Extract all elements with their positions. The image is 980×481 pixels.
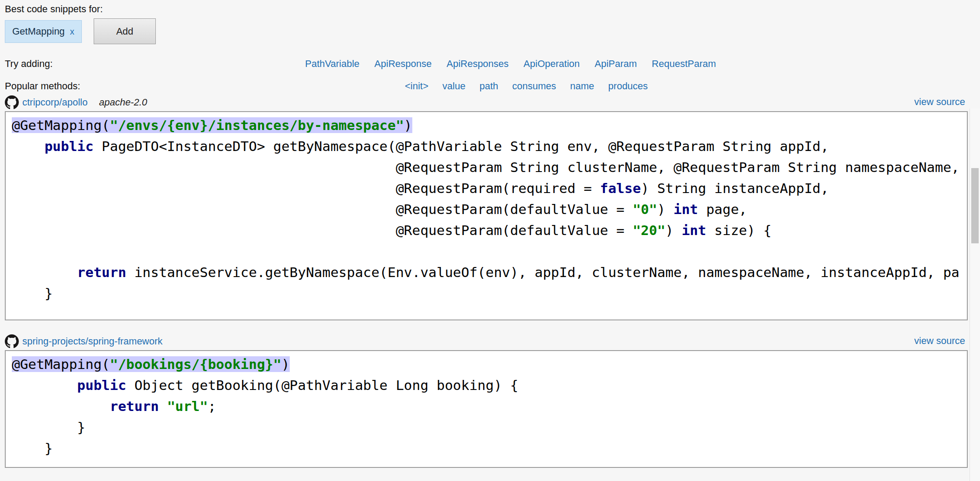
view-source-link[interactable]: view source: [914, 335, 965, 347]
snippet-header: ctripcorp/apollo apache-2.0 view source: [5, 95, 965, 110]
try-adding-link-apioperation[interactable]: ApiOperation: [523, 58, 580, 70]
view-source-link[interactable]: view source: [914, 96, 965, 108]
popular-method-link-path[interactable]: path: [479, 81, 498, 92]
code-line: }: [12, 417, 967, 438]
try-adding-link-apiresponse[interactable]: ApiResponse: [374, 58, 432, 70]
query-chip-label: GetMapping: [12, 26, 65, 37]
vertical-scrollbar[interactable]: [969, 109, 980, 481]
code-line: @GetMapping("/bookings/{booking}"): [12, 354, 967, 375]
code-line: [12, 241, 967, 262]
code-line: @RequestParam(defaultValue = "0") int pa…: [12, 199, 967, 220]
code-line: @RequestParam String clusterName, @Reque…: [12, 157, 967, 178]
code-line: return instanceService.getByNamespace(En…: [12, 262, 967, 283]
repo-link[interactable]: spring-projects/spring-framework: [22, 336, 162, 347]
query-chip-getmapping[interactable]: GetMapping x: [5, 20, 82, 43]
code-line: @RequestParam(required = false) String i…: [12, 178, 967, 199]
try-adding-links: PathVariable ApiResponse ApiResponses Ap…: [305, 58, 716, 70]
try-adding-link-requestparam[interactable]: RequestParam: [652, 58, 716, 70]
popular-method-link-consumes[interactable]: consumes: [512, 81, 556, 92]
try-adding-link-apiparam[interactable]: ApiParam: [595, 58, 637, 70]
code-line: @GetMapping("/envs/{env}/instances/by-na…: [12, 115, 967, 136]
snippet-header: spring-projects/spring-framework view so…: [5, 334, 965, 349]
code-line: @RequestParam(defaultValue = "20") int s…: [12, 220, 967, 241]
try-adding-link-apiresponses[interactable]: ApiResponses: [446, 58, 509, 70]
code-block[interactable]: @GetMapping("/envs/{env}/instances/by-na…: [5, 111, 968, 320]
popular-method-link-produces[interactable]: produces: [608, 81, 648, 92]
popular-methods-links: <init> value path consumes name produces: [405, 81, 648, 92]
code-line: public Object getBooking(@PathVariable L…: [12, 375, 967, 396]
add-button[interactable]: Add: [94, 18, 156, 44]
chip-remove-button[interactable]: x: [70, 27, 74, 37]
code-block[interactable]: @GetMapping("/bookings/{booking}") publi…: [5, 350, 968, 468]
try-adding-label: Try adding:: [5, 58, 53, 70]
popular-method-link-init[interactable]: <init>: [405, 81, 429, 92]
code-line: public PageDTO<InstanceDTO> getByNamespa…: [12, 136, 967, 157]
code-line: }: [12, 438, 967, 459]
try-adding-link-pathvariable[interactable]: PathVariable: [305, 58, 359, 70]
popular-methods-label: Popular methods:: [5, 81, 80, 92]
repo-link[interactable]: ctripcorp/apollo: [22, 97, 88, 108]
vertical-scrollbar-thumb[interactable]: [971, 168, 979, 243]
github-icon: [5, 95, 19, 109]
popular-method-link-name[interactable]: name: [570, 81, 594, 92]
license-label: apache-2.0: [99, 97, 147, 108]
code-line: return "url";: [12, 396, 967, 417]
page-title: Best code snippets for:: [5, 4, 103, 15]
github-icon: [5, 334, 19, 348]
code-line: }: [12, 283, 967, 304]
popular-method-link-value[interactable]: value: [443, 81, 466, 92]
